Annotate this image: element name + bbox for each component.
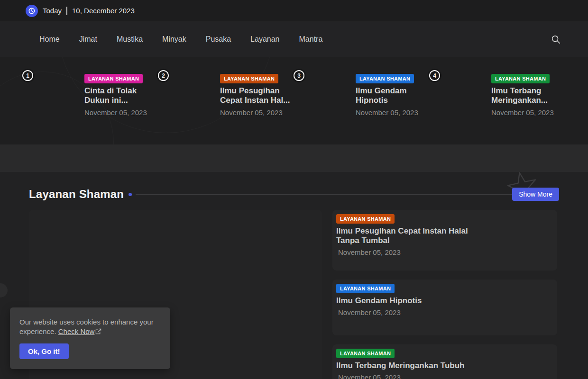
post-title[interactable]: Cinta di Tolak Dukun ini... — [84, 86, 156, 105]
list-item[interactable]: LAYANAN SHAMAN Ilmu Pesugihan Cepat Inst… — [332, 210, 557, 271]
post-date: November 05, 2023 — [356, 108, 428, 117]
category-badge[interactable]: LAYANAN SHAMAN — [491, 74, 550, 83]
nav-item-mustika[interactable]: Mustika — [117, 35, 143, 44]
current-date: 10, December 2023 — [72, 7, 135, 15]
post-title[interactable]: Ilmu Gendam Hipnotis — [356, 86, 428, 105]
featured-post-1[interactable]: 1 LAYANAN SHAMAN Cinta di Tolak Dukun in… — [21, 70, 157, 117]
featured-carousel: 1 LAYANAN SHAMAN Cinta di Tolak Dukun in… — [0, 57, 588, 144]
post-date: November 05, 2023 — [336, 248, 551, 256]
nav-item-home[interactable]: Home — [39, 35, 60, 44]
separator-bar — [66, 7, 67, 15]
post-title[interactable]: Ilmu Gendam Hipnotis — [336, 296, 483, 306]
external-link-icon — [95, 327, 101, 337]
list-item[interactable]: LAYANAN SHAMAN Ilmu Gendam Hipnotis Nove… — [332, 280, 557, 335]
list-item[interactable]: LAYANAN SHAMAN Ilmu Terbang Meringankan … — [332, 344, 557, 379]
nav-item-layanan[interactable]: Layanan — [250, 35, 279, 44]
nav-item-jimat[interactable]: Jimat — [79, 35, 97, 44]
rank-badge: 4 — [429, 70, 440, 81]
rank-badge: 2 — [158, 70, 169, 81]
post-date: November 05, 2023 — [336, 373, 551, 379]
top-date-bar: Today 10, December 2023 — [0, 0, 588, 21]
post-title[interactable]: Ilmu Terbang Meringankan... — [491, 86, 563, 105]
clock-icon — [26, 5, 38, 17]
cookie-check-now-link[interactable]: Check Now — [58, 327, 102, 335]
featured-post-3[interactable]: 3 LAYANAN SHAMAN Ilmu Gendam Hipnotis No… — [293, 70, 428, 117]
post-title[interactable]: Ilmu Pesugihan Cepat Instan Halal Tanpa … — [336, 226, 483, 245]
post-title[interactable]: Ilmu Terbang Meringankan Tubuh — [336, 361, 483, 370]
category-badge[interactable]: LAYANAN SHAMAN — [336, 349, 395, 358]
spacer-band — [0, 144, 588, 172]
main-navbar: Home Jimat Mustika Minyak Pusaka Layanan… — [0, 21, 588, 57]
post-title[interactable]: Ilmu Pesugihan Cepat Instan Hal... — [220, 86, 292, 105]
post-date: November 05, 2023 — [220, 108, 293, 117]
rank-badge: 1 — [22, 70, 33, 81]
section-title: Layanan Shaman — [29, 188, 124, 201]
today-label: Today — [43, 7, 62, 15]
category-badge[interactable]: LAYANAN SHAMAN — [336, 214, 395, 224]
show-more-button[interactable]: Show More — [512, 188, 559, 201]
category-badge[interactable]: LAYANAN SHAMAN — [220, 74, 278, 83]
nav-item-pusaka[interactable]: Pusaka — [206, 35, 231, 44]
cookie-accept-button[interactable]: Ok, Go it! — [19, 343, 69, 359]
post-date: November 05, 2023 — [336, 308, 551, 316]
featured-post-4[interactable]: 4 LAYANAN SHAMAN Ilmu Terbang Meringanka… — [428, 70, 564, 117]
category-badge[interactable]: LAYANAN SHAMAN — [356, 74, 414, 83]
title-rule — [136, 194, 512, 195]
featured-post-2[interactable]: 2 LAYANAN SHAMAN Ilmu Pesugihan Cepat In… — [157, 70, 293, 117]
cookie-consent-popup: Our website uses cookies to enhance your… — [10, 307, 170, 369]
title-dot — [129, 193, 132, 196]
post-list: LAYANAN SHAMAN Ilmu Pesugihan Cepat Inst… — [332, 210, 557, 379]
rank-badge: 3 — [294, 70, 304, 81]
search-icon[interactable] — [551, 34, 561, 45]
post-date: November 05, 2023 — [84, 108, 157, 117]
post-date: November 05, 2023 — [491, 108, 564, 117]
category-badge[interactable]: LAYANAN SHAMAN — [336, 284, 395, 293]
category-badge[interactable]: LAYANAN SHAMAN — [84, 74, 143, 83]
nav-item-mantra[interactable]: Mantra — [299, 35, 323, 44]
nav-item-minyak[interactable]: Minyak — [162, 35, 186, 44]
